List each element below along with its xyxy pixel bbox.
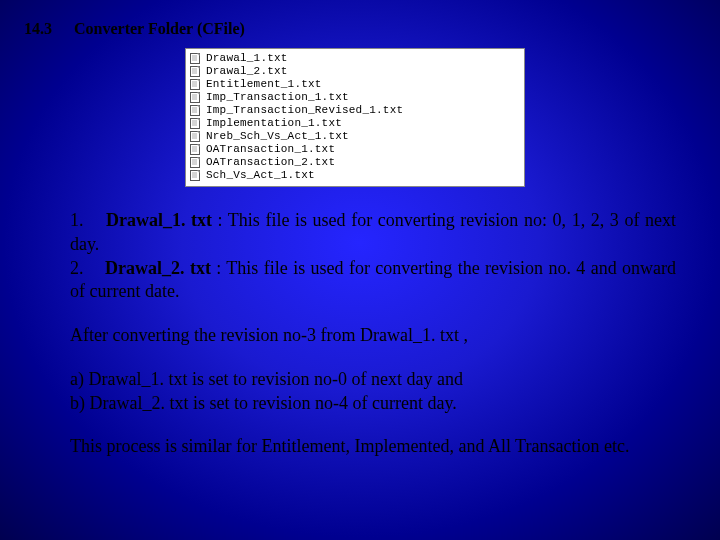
text-file-icon <box>190 79 202 90</box>
bullet-b: b) Drawal_2. txt is set to revision no-4… <box>70 392 676 416</box>
svg-rect-45 <box>191 171 200 181</box>
item-2-number: 2. <box>70 258 84 278</box>
file-row: Imp_Transaction_1.txt <box>190 91 520 104</box>
svg-rect-15 <box>191 93 200 103</box>
closing-text: This process is similar for Entitlement,… <box>70 435 676 459</box>
svg-rect-35 <box>191 145 200 155</box>
file-name: OATransaction_1.txt <box>206 143 335 156</box>
section-header: 14.3 Converter Folder (CFile) <box>24 20 686 38</box>
text-file-icon <box>190 92 202 103</box>
section-number: 14.3 <box>24 20 52 38</box>
text-file-icon <box>190 105 202 116</box>
file-name: Nreb_Sch_Vs_Act_1.txt <box>206 130 349 143</box>
file-name: Implementation_1.txt <box>206 117 342 130</box>
body-text: 1. Drawal_1. txt : This file is used for… <box>24 209 686 459</box>
svg-rect-10 <box>191 80 200 90</box>
svg-rect-30 <box>191 132 200 142</box>
text-file-icon <box>190 131 202 142</box>
file-row: Entitlement_1.txt <box>190 78 520 91</box>
text-file-icon <box>190 66 202 77</box>
svg-rect-40 <box>191 158 200 168</box>
file-name: Entitlement_1.txt <box>206 78 322 91</box>
folder-listing: Drawal_1.txtDrawal_2.txtEntitlement_1.tx… <box>185 48 525 187</box>
file-name: OATransaction_2.txt <box>206 156 335 169</box>
file-name: Sch_Vs_Act_1.txt <box>206 169 315 182</box>
bullet-a: a) Drawal_1. txt is set to revision no-0… <box>70 368 676 392</box>
file-row: OATransaction_1.txt <box>190 143 520 156</box>
file-row: Drawal_1.txt <box>190 52 520 65</box>
section-title: Converter Folder (CFile) <box>74 20 245 38</box>
file-name: Drawal_1.txt <box>206 52 288 65</box>
file-name: Imp_Transaction_1.txt <box>206 91 349 104</box>
text-file-icon <box>190 118 202 129</box>
svg-rect-5 <box>191 67 200 77</box>
item-1-number: 1. <box>70 210 84 230</box>
file-row: Nreb_Sch_Vs_Act_1.txt <box>190 130 520 143</box>
svg-rect-20 <box>191 106 200 116</box>
text-file-icon <box>190 157 202 168</box>
item-1-label: Drawal_1. txt <box>106 210 212 230</box>
after-heading: After converting the revision no-3 from … <box>70 324 676 348</box>
svg-rect-25 <box>191 119 200 129</box>
file-name: Drawal_2.txt <box>206 65 288 78</box>
text-file-icon <box>190 144 202 155</box>
file-row: Implementation_1.txt <box>190 117 520 130</box>
file-name: Imp_Transaction_Revised_1.txt <box>206 104 403 117</box>
file-row: Sch_Vs_Act_1.txt <box>190 169 520 182</box>
file-row: Drawal_2.txt <box>190 65 520 78</box>
svg-rect-0 <box>191 54 200 64</box>
file-row: OATransaction_2.txt <box>190 156 520 169</box>
item-2-label: Drawal_2. txt <box>105 258 211 278</box>
text-file-icon <box>190 53 202 64</box>
file-row: Imp_Transaction_Revised_1.txt <box>190 104 520 117</box>
text-file-icon <box>190 170 202 181</box>
